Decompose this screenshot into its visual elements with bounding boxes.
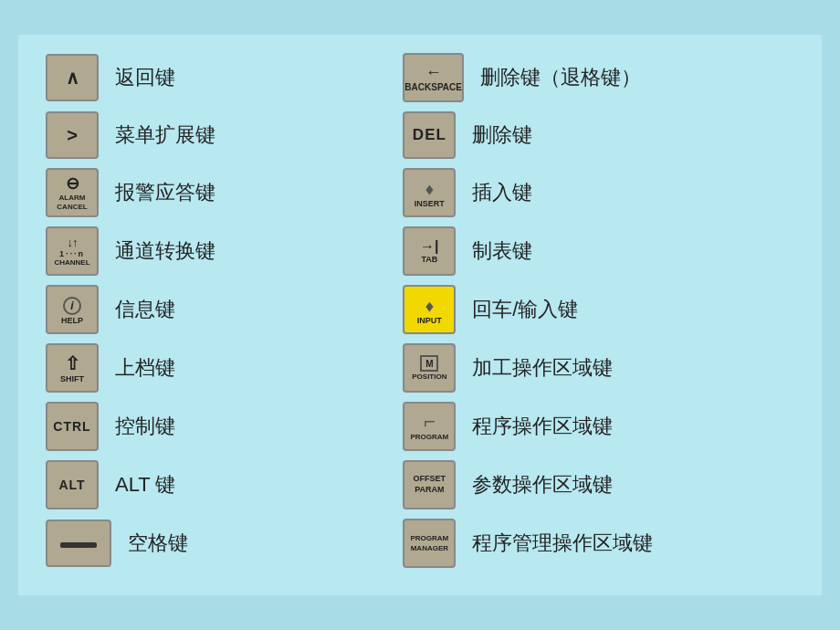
alt-label: ALT (58, 478, 85, 492)
key-input[interactable]: ⬧ INPUT (403, 285, 456, 334)
right-col-9: PROGRAMMANAGER 程序管理操作区域键 (403, 519, 794, 568)
alarm-circle-icon: ⊖ (66, 174, 79, 194)
shift-arrow-icon: ⇧ (65, 352, 80, 374)
label-program: 程序操作区域键 (472, 413, 613, 440)
right-col-1: ← BACKSPACE 删除键（退格键） (403, 53, 794, 102)
return-arrow-icon: ∧ (66, 67, 79, 89)
help-info-icon: i (63, 295, 81, 316)
label-input: 回车/输入键 (472, 296, 578, 323)
label-insert: 插入键 (472, 179, 532, 206)
left-col-7: CTRL 控制键 (46, 402, 403, 451)
left-col-9: 空格键 (46, 520, 403, 567)
key-shift[interactable]: ⇧ SHIFT (46, 343, 99, 393)
key-ctrl[interactable]: CTRL (46, 402, 99, 451)
main-container: ∧ 返回键 ← BACKSPACE 删除键（退格键） > 菜单扩展键 DEL 删… (18, 35, 822, 595)
program-label: PROGRAM (410, 433, 448, 441)
row-2: > 菜单扩展键 DEL 删除键 (46, 111, 794, 159)
row-1: ∧ 返回键 ← BACKSPACE 删除键（退格键） (46, 53, 794, 102)
label-alt: ALT 键 (115, 471, 261, 499)
position-label: POSITION (412, 373, 446, 381)
backspace-label: BACKSPACE (404, 82, 462, 92)
label-return: 返回键 (115, 64, 261, 91)
key-insert[interactable]: ⬧ INSERT (403, 168, 456, 217)
offset-label: OFFSETPARAM (414, 474, 446, 495)
key-alarm-cancel[interactable]: ⊖ ALARMCANCEL (46, 168, 99, 217)
key-program-manager[interactable]: PROGRAMMANAGER (403, 519, 456, 568)
label-channel: 通道转换键 (115, 237, 261, 265)
key-program[interactable]: ⌐ PROGRAM (403, 402, 456, 451)
key-return[interactable]: ∧ (46, 54, 99, 101)
left-col-6: ⇧ SHIFT 上档键 (46, 343, 403, 393)
row-8: ALT ALT 键 OFFSETPARAM 参数操作区域键 (46, 460, 794, 509)
row-7: CTRL 控制键 ⌐ PROGRAM 程序操作区域键 (46, 402, 794, 451)
right-col-2: DEL 删除键 (403, 111, 794, 159)
del-label: DEL (413, 126, 446, 144)
left-col-8: ALT ALT 键 (46, 460, 403, 509)
label-program-manager: 程序管理操作区域键 (472, 530, 653, 557)
program-manager-label: PROGRAMMANAGER (410, 533, 448, 553)
position-box-icon: M (420, 355, 438, 372)
insert-label: INSERT (415, 199, 445, 208)
right-col-5: ⬧ INPUT 回车/输入键 (403, 285, 794, 334)
key-space[interactable] (46, 520, 111, 567)
row-4: ↓↑ 1···n CHANNEL 通道转换键 →| TAB 制表键 (46, 226, 794, 276)
program-bracket-icon: ⌐ (424, 412, 436, 432)
input-diamond-icon: ⬧ (424, 295, 435, 316)
tab-arrow-icon: →| (420, 238, 438, 255)
menu-expand-icon: > (67, 125, 78, 146)
right-col-6: M POSITION 加工操作区域键 (403, 343, 794, 393)
key-menu-expand[interactable]: > (46, 111, 99, 159)
insert-diamond-icon: ⬧ (424, 178, 435, 199)
row-9: 空格键 PROGRAMMANAGER 程序管理操作区域键 (46, 519, 794, 568)
tab-label: TAB (421, 255, 437, 264)
help-label: HELP (61, 316, 83, 325)
key-offset-param[interactable]: OFFSETPARAM (403, 460, 456, 509)
key-alt[interactable]: ALT (46, 460, 99, 509)
shift-label: SHIFT (60, 374, 84, 383)
channel-arrows-icon: ↓↑ (68, 236, 78, 249)
right-col-7: ⌐ PROGRAM 程序操作区域键 (403, 402, 794, 451)
left-col-3: ⊖ ALARMCANCEL 报警应答键 (46, 168, 403, 217)
left-col-4: ↓↑ 1···n CHANNEL 通道转换键 (46, 226, 403, 276)
row-6: ⇧ SHIFT 上档键 M POSITION 加工操作区域键 (46, 343, 794, 393)
row-3: ⊖ ALARMCANCEL 报警应答键 ⬧ INSERT 插入键 (46, 168, 794, 217)
label-ctrl: 控制键 (115, 413, 261, 440)
row-5: i HELP 信息键 ⬧ INPUT 回车/输入键 (46, 285, 794, 334)
label-backspace: 删除键（退格键） (480, 64, 641, 91)
right-col-8: OFFSETPARAM 参数操作区域键 (403, 460, 794, 509)
key-channel[interactable]: ↓↑ 1···n CHANNEL (46, 226, 99, 276)
key-help[interactable]: i HELP (46, 285, 99, 334)
left-col-5: i HELP 信息键 (46, 285, 403, 334)
left-col-1: ∧ 返回键 (46, 54, 403, 101)
left-col-2: > 菜单扩展键 (46, 111, 403, 159)
right-col-3: ⬧ INSERT 插入键 (403, 168, 794, 217)
label-del: 删除键 (472, 121, 532, 149)
label-space: 空格键 (128, 530, 274, 557)
label-help: 信息键 (115, 296, 261, 323)
label-offset: 参数操作区域键 (472, 471, 613, 499)
key-tab[interactable]: →| TAB (403, 226, 456, 276)
alarm-text: ALARMCANCEL (57, 194, 87, 211)
space-bar-icon (60, 542, 97, 548)
label-position: 加工操作区域键 (472, 354, 613, 382)
channel-label: CHANNEL (54, 258, 89, 267)
key-del[interactable]: DEL (403, 111, 456, 159)
label-shift: 上档键 (115, 354, 261, 382)
label-tab: 制表键 (472, 237, 532, 265)
label-menu-expand: 菜单扩展键 (115, 121, 261, 149)
ctrl-label: CTRL (53, 419, 90, 434)
backspace-arrow-icon: ← (425, 63, 442, 82)
right-col-4: →| TAB 制表键 (403, 226, 794, 276)
label-alarm: 报警应答键 (115, 179, 261, 206)
channel-dots: 1···n (59, 249, 85, 258)
key-position[interactable]: M POSITION (403, 343, 456, 393)
input-label: INPUT (417, 316, 442, 325)
key-backspace[interactable]: ← BACKSPACE (403, 53, 464, 102)
